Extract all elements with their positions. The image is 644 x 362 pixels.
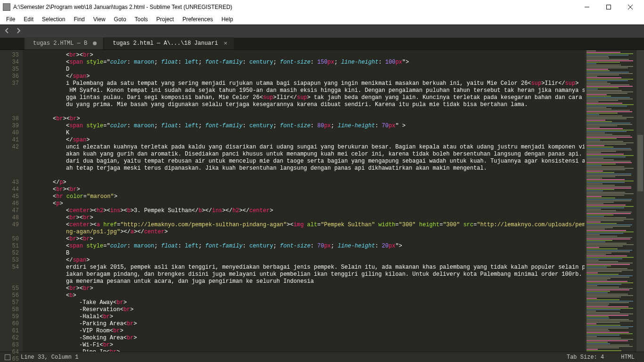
maximize-button[interactable]	[598, 0, 619, 14]
menu-edit[interactable]: Edit	[19, 15, 38, 24]
code-line[interactable]: <br><br>	[26, 285, 644, 292]
syntax-mode[interactable]: HTML	[616, 354, 639, 361]
code-line[interactable]: <br><br>	[26, 236, 644, 243]
code-line[interactable]: <br><br>	[26, 214, 644, 222]
toolbar	[0, 25, 644, 38]
tab-strip: tugas 2.HTML — B tugas 2.html — A\...\18…	[0, 38, 644, 50]
code-line[interactable]: -Take Away<br>	[26, 299, 644, 306]
code-line[interactable]: </p>	[26, 179, 644, 186]
cursor-position: Line 33, Column 1	[21, 354, 78, 361]
menu-preferences[interactable]: Preferences	[178, 15, 217, 24]
code-line[interactable]: i Palembang ada satu tempat yang sering …	[26, 80, 644, 115]
code-line[interactable]: <center><a href="http://lemaknyo.com/pem…	[26, 222, 644, 236]
scrollbar-thumb[interactable]	[637, 135, 643, 191]
code-line[interactable]: erdiri sejak 2015, pempek asli ikan teng…	[26, 264, 644, 285]
code-area[interactable]: <br><br><span style="color: maroon; floa…	[23, 50, 644, 352]
tab-label: tugas 2.HTML — B	[33, 40, 87, 47]
vertical-scrollbar[interactable]	[636, 50, 644, 352]
minimap[interactable]	[585, 50, 636, 352]
close-button[interactable]	[619, 0, 641, 14]
minimize-button[interactable]	[576, 0, 598, 14]
code-line[interactable]: </span>	[26, 257, 644, 264]
code-line[interactable]: -Parking Area<br>	[26, 321, 644, 328]
menu-find[interactable]: Find	[69, 15, 89, 24]
status-bar: Line 33, Column 1 Tab Size: 4 HTML	[0, 352, 644, 362]
code-line[interactable]: <hr color="maroon">	[26, 193, 644, 200]
code-line[interactable]: unci elezatan kuahnya terletak pada kald…	[26, 144, 644, 179]
code-line[interactable]: B	[26, 250, 644, 257]
app-icon	[3, 3, 10, 11]
code-line[interactable]: <br><br>	[26, 115, 644, 123]
dirty-dot-icon	[93, 41, 97, 45]
nav-back-icon[interactable]	[4, 27, 10, 36]
code-line[interactable]: <span style="color: maroon; float: left;…	[26, 123, 644, 130]
tab-file-1[interactable]: tugas 2.HTML — B	[25, 37, 103, 49]
menu-selection[interactable]: Selection	[38, 15, 69, 24]
menu-project[interactable]: Project	[152, 15, 178, 24]
menu-help[interactable]: Help	[217, 15, 238, 24]
menu-file[interactable]: File	[2, 15, 19, 24]
code-line[interactable]: K	[26, 130, 644, 137]
menu-bar: File Edit Selection Find View Goto Tools…	[0, 14, 644, 25]
code-line[interactable]: <b>	[26, 292, 644, 299]
menu-goto[interactable]: Goto	[110, 15, 131, 24]
code-line[interactable]: </span>	[26, 137, 644, 144]
code-line[interactable]: </span>	[26, 73, 644, 80]
window-title: A:\Semester 2\Program web\18 Januari\tug…	[13, 4, 232, 10]
code-line[interactable]: D	[26, 66, 644, 73]
code-line[interactable]: -Smoking Area<br>	[26, 335, 644, 342]
title-bar: A:\Semester 2\Program web\18 Januari\tug…	[0, 0, 644, 14]
code-line[interactable]: <br><br>	[26, 52, 644, 59]
editor[interactable]: 3334353637383940414243444546474849505152…	[0, 50, 644, 352]
tab-label: tugas 2.html — A\...\18 Januari	[113, 40, 218, 47]
code-line[interactable]: <span style="color: maroon; float: left;…	[26, 59, 644, 66]
code-line[interactable]: -Wi-Fi<br>	[26, 342, 644, 349]
code-line[interactable]: -Halal<br>	[26, 313, 644, 321]
code-line[interactable]: -Dine In<br>	[26, 349, 644, 352]
gutter: 3334353637383940414243444546474849505152…	[0, 50, 23, 352]
tab-size[interactable]: Tab Size: 4	[562, 354, 609, 361]
menu-tools[interactable]: Tools	[131, 15, 152, 24]
tab-file-2[interactable]: tugas 2.html — A\...\18 Januari ×	[104, 37, 234, 49]
code-line[interactable]: <center><h2><ins><b>3. Pempek Sulthan</b…	[26, 207, 644, 214]
svg-rect-1	[607, 5, 611, 9]
code-line[interactable]: -VIP Room<br>	[26, 328, 644, 335]
menu-view[interactable]: View	[89, 15, 110, 24]
code-line[interactable]: <p>	[26, 200, 644, 207]
code-line[interactable]: <span style="color: maroon; float: left;…	[26, 243, 644, 250]
nav-forward-icon[interactable]	[15, 27, 22, 36]
close-icon[interactable]: ×	[223, 40, 227, 47]
code-line[interactable]: <br><br>	[26, 186, 644, 193]
code-line[interactable]: -Reservation<br>	[26, 306, 644, 313]
